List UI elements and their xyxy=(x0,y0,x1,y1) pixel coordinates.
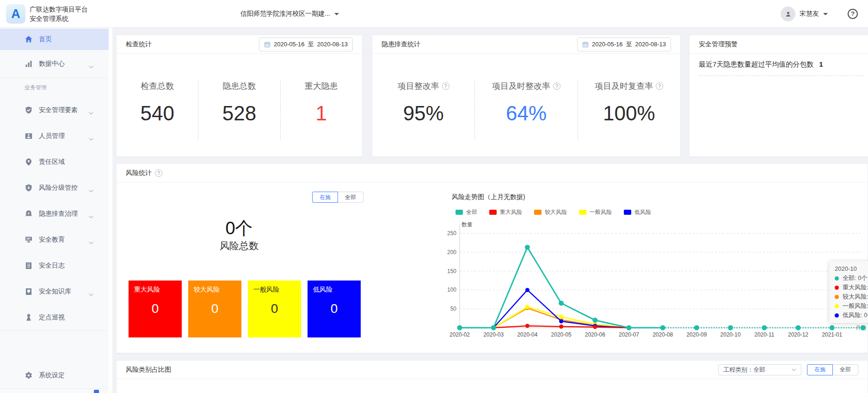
date-to-label: 至 xyxy=(308,40,314,49)
shield-arrow-icon xyxy=(25,184,33,192)
legend-item[interactable]: 较大风险 xyxy=(534,208,567,216)
sidebar-item-safety-education[interactable]: 安全教育 xyxy=(0,227,109,253)
tooltip-row: 重大风险: 0个 xyxy=(835,283,868,292)
id-card-icon xyxy=(25,132,33,140)
sidebar-item-patrol[interactable]: 定点巡视 xyxy=(0,305,109,331)
card-title: 检查统计 xyxy=(126,40,152,49)
sidebar-item-safety-log[interactable]: 安全日志 xyxy=(0,253,109,279)
tooltip-text: 全部: 0个 xyxy=(843,274,867,283)
svg-text:数量: 数量 xyxy=(462,221,473,228)
svg-text:2021-01: 2021-01 xyxy=(822,331,842,338)
date-range-picker[interactable]: 2020-05-16 至 2020-08-13 xyxy=(577,37,671,51)
svg-text:50: 50 xyxy=(450,306,457,312)
sidebar-item-label: 定点巡视 xyxy=(39,313,65,322)
sidebar-item-responsibility-area[interactable]: 责任区域 xyxy=(0,149,109,175)
status-toggle: 在施全部 xyxy=(312,192,363,203)
risk-box: 低风险0 xyxy=(308,281,361,337)
sidebar-item-label: 隐患排查治理 xyxy=(39,210,78,218)
sidebar-item-hazard-treatment[interactable]: 隐患排查治理 xyxy=(0,201,109,227)
patrol-pin-icon xyxy=(25,313,33,322)
chevron-down-icon xyxy=(89,66,93,69)
legend-swatch-icon xyxy=(456,210,463,215)
card-header: 检查统计 2020-05-16 至 2020-08-13 xyxy=(117,35,362,54)
toggle-option-inactive[interactable]: 全部 xyxy=(832,364,858,375)
chevron-down-icon xyxy=(792,368,796,371)
sidebar-item-system-settings[interactable]: 系统设定 xyxy=(0,362,109,388)
toggle-option-active[interactable]: 在施 xyxy=(807,364,833,375)
legend-item[interactable]: 一般风险 xyxy=(579,208,612,216)
tooltip-dot-icon xyxy=(835,276,839,281)
risk-box-label: 较大风险 xyxy=(188,281,241,294)
chevron-down-icon xyxy=(89,293,93,296)
toggle-option-active[interactable]: 在施 xyxy=(312,192,338,203)
calendar-icon xyxy=(264,41,271,48)
svg-text:2020-11: 2020-11 xyxy=(754,331,774,338)
legend-item[interactable]: 重大风险 xyxy=(489,208,522,216)
svg-text:2020-08: 2020-08 xyxy=(653,331,673,338)
chevron-down-icon xyxy=(89,138,93,141)
help-icon[interactable]: ? xyxy=(656,82,663,90)
sidebar-section-label: 业务管理 xyxy=(0,78,109,97)
sidebar-item-safety-elements[interactable]: 安全管理要素 xyxy=(0,97,109,123)
help-icon[interactable]: ? xyxy=(848,9,858,19)
risk-box-value: 0 xyxy=(188,301,241,316)
project-selector[interactable]: 信阳师范学院淮河校区一期建... xyxy=(240,0,339,28)
tooltip-title: 2020-10 xyxy=(835,264,868,274)
tooltip-row: 全部: 0个 xyxy=(835,274,868,283)
help-icon[interactable]: ? xyxy=(442,82,449,90)
legend-label: 较大风险 xyxy=(545,208,567,216)
chevron-down-icon xyxy=(89,190,93,193)
home-icon xyxy=(25,35,33,44)
sidebar-item-label: 人员管理 xyxy=(39,132,65,140)
app-title-line2: 安全管理系统 xyxy=(30,14,88,23)
legend-label: 全部 xyxy=(466,208,477,216)
chevron-down-icon xyxy=(823,13,828,18)
toggle-option-inactive[interactable]: 全部 xyxy=(338,192,363,203)
risk-box: 较大风险0 xyxy=(188,281,241,337)
date-start: 2020-05-16 xyxy=(592,41,623,48)
legend-item[interactable]: 低风险 xyxy=(624,208,651,216)
stat-label: 隐患总数 xyxy=(222,81,256,92)
date-end: 2020-08-13 xyxy=(317,41,348,48)
legend-item[interactable]: 全部 xyxy=(456,208,477,216)
sidebar-item-knowledge-base[interactable]: 安全知识库 xyxy=(0,279,109,305)
sidebar-item-label: 安全教育 xyxy=(39,236,65,244)
stat-label: 重大隐患 xyxy=(305,81,338,92)
project-name: 信阳师范学院淮河校区一期建... xyxy=(240,10,330,18)
stat-label: 项目整改率 xyxy=(398,81,439,92)
sidebar-item-label: 责任区域 xyxy=(39,158,65,166)
date-range-picker[interactable]: 2020-05-16 至 2020-08-13 xyxy=(259,37,353,51)
stats-row: 检查总数540隐患总数528重大隐患1 xyxy=(117,81,362,140)
risk-total-label: 风险总数 xyxy=(117,239,362,252)
sidebar-item-personnel[interactable]: 人员管理 xyxy=(0,123,109,149)
svg-text:2020-04: 2020-04 xyxy=(517,331,537,338)
sidebar-item-home[interactable]: 首页 xyxy=(0,29,109,50)
stat-column: 项目整改率?95% xyxy=(372,81,474,140)
sidebar-scrollbar-track[interactable] xyxy=(109,28,112,393)
stat-label: 项目及时整改率 xyxy=(492,81,550,92)
warning-message: 最近7天隐患数量超过平均值的分包数 xyxy=(699,60,813,69)
risk-box-label: 一般风险 xyxy=(248,281,301,294)
chevron-down-icon xyxy=(89,216,93,218)
risk-box: 一般风险0 xyxy=(248,281,301,337)
risk-trend-chart: 50100150200250数量月份2020-022020-032020-042… xyxy=(440,218,868,341)
legend-label: 一般风险 xyxy=(590,208,612,216)
stat-column: 项目及时整改率?64% xyxy=(474,81,577,140)
legend-swatch-icon xyxy=(489,210,497,215)
sidebar-item-data-center[interactable]: 数据中心 xyxy=(0,50,109,78)
user-menu[interactable]: 宋慧友 xyxy=(781,0,828,28)
knowledge-book-icon xyxy=(25,287,33,296)
status-toggle: 在施全部 xyxy=(807,364,858,375)
card-controls: 工程类别：全部 在施全部 xyxy=(718,364,858,375)
sidebar-item-risk-grading[interactable]: 风险分级管控 xyxy=(0,175,109,201)
card-header: 风险类别占比图 工程类别：全部 在施全部 xyxy=(117,361,868,379)
stat-value: 528 xyxy=(198,102,280,125)
stat-label: 检查总数 xyxy=(141,81,174,92)
project-type-dropdown[interactable]: 工程类别：全部 xyxy=(718,364,801,375)
help-icon[interactable]: ? xyxy=(155,169,162,177)
tooltip-dot-icon xyxy=(835,304,839,308)
help-icon[interactable]: ? xyxy=(553,82,560,90)
safety-warning-card: 安全管理预警 最近7天隐患数量超过平均值的分包数 1 xyxy=(689,35,868,157)
hazard-stats-card: 隐患排查统计 2020-05-16 至 2020-08-13 项目整改率?95%… xyxy=(372,35,681,157)
svg-text:150: 150 xyxy=(447,268,456,274)
